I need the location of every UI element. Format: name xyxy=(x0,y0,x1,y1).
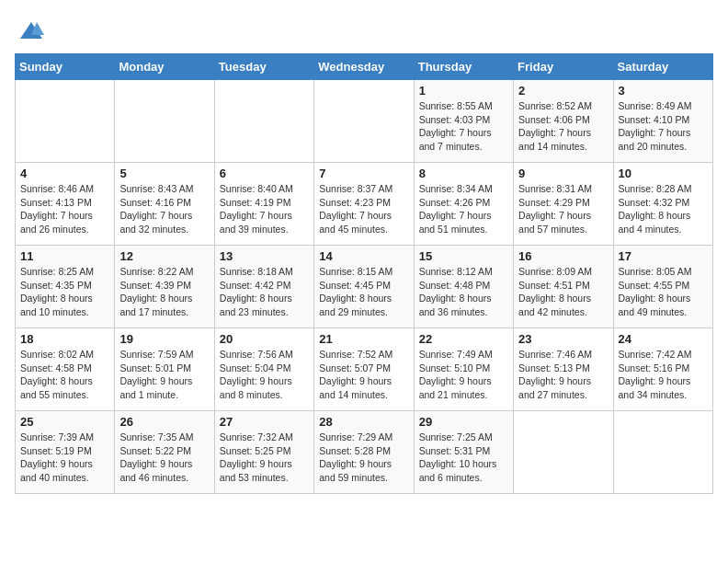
day-info: Sunrise: 7:59 AM Sunset: 5:01 PM Dayligh… xyxy=(119,348,209,402)
day-number: 12 xyxy=(119,249,209,263)
calendar-cell: 10Sunrise: 8:28 AM Sunset: 4:32 PM Dayli… xyxy=(613,163,712,246)
day-number: 13 xyxy=(220,249,309,263)
day-number: 3 xyxy=(619,84,708,98)
calendar-cell: 1Sunrise: 8:55 AM Sunset: 4:03 PM Daylig… xyxy=(414,80,513,163)
day-info: Sunrise: 8:25 AM Sunset: 4:35 PM Dayligh… xyxy=(20,265,109,319)
calendar-header-row: SundayMondayTuesdayWednesdayThursdayFrid… xyxy=(16,54,713,80)
day-info: Sunrise: 7:35 AM Sunset: 5:22 PM Dayligh… xyxy=(119,431,209,485)
calendar-cell: 15Sunrise: 8:12 AM Sunset: 4:48 PM Dayli… xyxy=(414,246,513,328)
day-info: Sunrise: 7:29 AM Sunset: 5:28 PM Dayligh… xyxy=(319,431,408,485)
calendar-cell: 16Sunrise: 8:09 AM Sunset: 4:51 PM Dayli… xyxy=(514,246,613,328)
day-number: 18 xyxy=(20,332,109,346)
day-info: Sunrise: 8:18 AM Sunset: 4:42 PM Dayligh… xyxy=(220,265,309,319)
calendar-cell xyxy=(16,80,115,163)
logo-icon xyxy=(18,18,44,44)
calendar-cell: 26Sunrise: 7:35 AM Sunset: 5:22 PM Dayli… xyxy=(115,411,214,494)
calendar-cell xyxy=(115,80,214,163)
day-number: 7 xyxy=(319,167,408,180)
day-info: Sunrise: 7:42 AM Sunset: 5:16 PM Dayligh… xyxy=(619,348,708,402)
calendar-cell: 5Sunrise: 8:43 AM Sunset: 4:16 PM Daylig… xyxy=(115,163,214,246)
calendar-cell: 23Sunrise: 7:46 AM Sunset: 5:13 PM Dayli… xyxy=(514,328,613,411)
day-number: 23 xyxy=(518,332,608,346)
day-number: 4 xyxy=(20,167,109,180)
day-number: 29 xyxy=(419,415,508,429)
day-number: 10 xyxy=(619,167,708,180)
header-tuesday: Tuesday xyxy=(214,54,313,80)
day-info: Sunrise: 8:40 AM Sunset: 4:19 PM Dayligh… xyxy=(220,182,309,236)
day-number: 5 xyxy=(119,167,209,180)
day-number: 19 xyxy=(119,332,209,346)
day-info: Sunrise: 8:37 AM Sunset: 4:23 PM Dayligh… xyxy=(319,182,408,236)
calendar-cell: 17Sunrise: 8:05 AM Sunset: 4:55 PM Dayli… xyxy=(613,246,712,328)
calendar-cell: 14Sunrise: 8:15 AM Sunset: 4:45 PM Dayli… xyxy=(314,246,414,328)
calendar-cell: 27Sunrise: 7:32 AM Sunset: 5:25 PM Dayli… xyxy=(214,411,313,494)
day-number: 21 xyxy=(319,332,408,346)
calendar-cell: 13Sunrise: 8:18 AM Sunset: 4:42 PM Dayli… xyxy=(214,246,313,328)
week-row-1: 1Sunrise: 8:55 AM Sunset: 4:03 PM Daylig… xyxy=(16,80,713,163)
day-info: Sunrise: 8:34 AM Sunset: 4:26 PM Dayligh… xyxy=(419,182,508,236)
day-info: Sunrise: 8:22 AM Sunset: 4:39 PM Dayligh… xyxy=(119,265,209,319)
day-number: 20 xyxy=(220,332,309,346)
calendar-cell: 8Sunrise: 8:34 AM Sunset: 4:26 PM Daylig… xyxy=(414,163,513,246)
logo xyxy=(15,18,44,44)
week-row-3: 11Sunrise: 8:25 AM Sunset: 4:35 PM Dayli… xyxy=(16,246,713,328)
calendar-cell xyxy=(314,80,414,163)
calendar-cell: 24Sunrise: 7:42 AM Sunset: 5:16 PM Dayli… xyxy=(613,328,712,411)
day-info: Sunrise: 7:56 AM Sunset: 5:04 PM Dayligh… xyxy=(220,348,309,402)
day-number: 17 xyxy=(619,249,708,263)
day-number: 25 xyxy=(20,415,109,429)
calendar-cell: 3Sunrise: 8:49 AM Sunset: 4:10 PM Daylig… xyxy=(613,80,712,163)
header-saturday: Saturday xyxy=(613,54,712,80)
calendar-cell: 7Sunrise: 8:37 AM Sunset: 4:23 PM Daylig… xyxy=(314,163,414,246)
week-row-2: 4Sunrise: 8:46 AM Sunset: 4:13 PM Daylig… xyxy=(16,163,713,246)
day-info: Sunrise: 7:39 AM Sunset: 5:19 PM Dayligh… xyxy=(20,431,109,485)
day-info: Sunrise: 7:49 AM Sunset: 5:10 PM Dayligh… xyxy=(419,348,508,402)
day-info: Sunrise: 8:12 AM Sunset: 4:48 PM Dayligh… xyxy=(419,265,508,319)
day-info: Sunrise: 7:46 AM Sunset: 5:13 PM Dayligh… xyxy=(518,348,608,402)
day-number: 16 xyxy=(518,249,608,263)
week-row-4: 18Sunrise: 8:02 AM Sunset: 4:58 PM Dayli… xyxy=(16,328,713,411)
header-sunday: Sunday xyxy=(16,54,115,80)
header-friday: Friday xyxy=(514,54,613,80)
day-info: Sunrise: 8:52 AM Sunset: 4:06 PM Dayligh… xyxy=(518,99,608,154)
day-number: 27 xyxy=(220,415,309,429)
page-header xyxy=(15,15,713,44)
day-info: Sunrise: 8:28 AM Sunset: 4:32 PM Dayligh… xyxy=(619,182,708,236)
day-info: Sunrise: 8:46 AM Sunset: 4:13 PM Dayligh… xyxy=(20,182,109,236)
calendar-cell: 12Sunrise: 8:22 AM Sunset: 4:39 PM Dayli… xyxy=(115,246,214,328)
day-info: Sunrise: 8:31 AM Sunset: 4:29 PM Dayligh… xyxy=(518,182,608,236)
calendar-cell: 2Sunrise: 8:52 AM Sunset: 4:06 PM Daylig… xyxy=(514,80,613,163)
day-info: Sunrise: 8:15 AM Sunset: 4:45 PM Dayligh… xyxy=(319,265,408,319)
day-info: Sunrise: 7:25 AM Sunset: 5:31 PM Dayligh… xyxy=(419,431,508,485)
day-number: 22 xyxy=(419,332,508,346)
calendar-cell: 20Sunrise: 7:56 AM Sunset: 5:04 PM Dayli… xyxy=(214,328,313,411)
day-info: Sunrise: 8:55 AM Sunset: 4:03 PM Dayligh… xyxy=(419,99,508,154)
day-number: 26 xyxy=(119,415,209,429)
day-info: Sunrise: 8:05 AM Sunset: 4:55 PM Dayligh… xyxy=(619,265,708,319)
day-info: Sunrise: 8:49 AM Sunset: 4:10 PM Dayligh… xyxy=(619,99,708,154)
calendar-cell: 28Sunrise: 7:29 AM Sunset: 5:28 PM Dayli… xyxy=(314,411,414,494)
calendar-cell: 25Sunrise: 7:39 AM Sunset: 5:19 PM Dayli… xyxy=(16,411,115,494)
header-thursday: Thursday xyxy=(414,54,513,80)
calendar-cell xyxy=(613,411,712,494)
calendar-cell: 22Sunrise: 7:49 AM Sunset: 5:10 PM Dayli… xyxy=(414,328,513,411)
day-number: 15 xyxy=(419,249,508,263)
day-number: 28 xyxy=(319,415,408,429)
day-number: 6 xyxy=(220,167,309,180)
calendar-cell: 4Sunrise: 8:46 AM Sunset: 4:13 PM Daylig… xyxy=(16,163,115,246)
calendar-cell: 6Sunrise: 8:40 AM Sunset: 4:19 PM Daylig… xyxy=(214,163,313,246)
calendar-cell: 29Sunrise: 7:25 AM Sunset: 5:31 PM Dayli… xyxy=(414,411,513,494)
day-info: Sunrise: 8:43 AM Sunset: 4:16 PM Dayligh… xyxy=(119,182,209,236)
day-number: 1 xyxy=(419,84,508,98)
day-info: Sunrise: 7:52 AM Sunset: 5:07 PM Dayligh… xyxy=(319,348,408,402)
week-row-5: 25Sunrise: 7:39 AM Sunset: 5:19 PM Dayli… xyxy=(16,411,713,494)
calendar-cell: 18Sunrise: 8:02 AM Sunset: 4:58 PM Dayli… xyxy=(16,328,115,411)
day-info: Sunrise: 8:09 AM Sunset: 4:51 PM Dayligh… xyxy=(518,265,608,319)
day-number: 2 xyxy=(518,84,608,98)
header-wednesday: Wednesday xyxy=(314,54,414,80)
calendar-table: SundayMondayTuesdayWednesdayThursdayFrid… xyxy=(15,53,713,494)
day-info: Sunrise: 8:02 AM Sunset: 4:58 PM Dayligh… xyxy=(20,348,109,402)
calendar-cell: 19Sunrise: 7:59 AM Sunset: 5:01 PM Dayli… xyxy=(115,328,214,411)
day-number: 24 xyxy=(619,332,708,346)
calendar-cell: 21Sunrise: 7:52 AM Sunset: 5:07 PM Dayli… xyxy=(314,328,414,411)
